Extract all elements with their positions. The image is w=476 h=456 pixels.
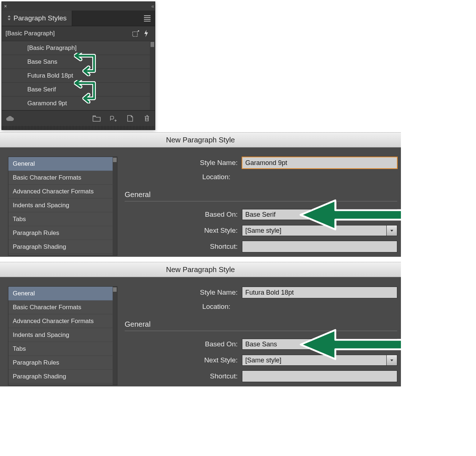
sidebar-item-label: Indents and Spacing	[13, 331, 69, 339]
next-style-label: Next Style:	[125, 356, 242, 364]
section-title: General	[125, 190, 397, 199]
new-style-icon[interactable]	[131, 29, 141, 38]
sidebar-item-label: Paragraph Rules	[13, 359, 59, 366]
style-name-input[interactable]	[242, 287, 397, 298]
panel-menu-button[interactable]	[140, 11, 155, 26]
sidebar-item-advanced-character-formats[interactable]: Advanced Character Formats	[8, 314, 117, 328]
svg-rect-0	[133, 32, 137, 36]
style-name: Futura Bold 18pt	[27, 72, 73, 79]
sidebar-item-paragraph-shading[interactable]: Paragraph Shading	[8, 370, 117, 384]
sidebar-item-label: General	[13, 160, 35, 168]
tab-paragraph-styles[interactable]: Paragraph Styles	[2, 11, 72, 26]
sidebar-item-label: Advanced Character Formats	[13, 318, 94, 325]
section-title: General	[125, 320, 397, 329]
dialog-sidebar: General Basic Character Formats Advanced…	[8, 286, 117, 386]
next-style-value: [Same style]	[242, 225, 387, 236]
scrollbar[interactable]	[150, 41, 155, 110]
dialog-sidebar: General Basic Character Formats Advanced…	[8, 157, 117, 257]
panel-resize-grip[interactable]	[2, 126, 155, 130]
hamburger-icon	[144, 15, 151, 21]
sidebar-item-advanced-character-formats[interactable]: Advanced Character Formats	[8, 185, 117, 198]
style-name: Garamond 9pt	[27, 100, 67, 107]
scrollbar[interactable]	[113, 287, 117, 385]
new-paragraph-style-dialog: New Paragraph Style General Basic Charac…	[0, 132, 401, 257]
clear-overrides-icon[interactable]	[109, 114, 118, 123]
list-item[interactable]: Futura Bold 18pt	[2, 69, 155, 83]
sidebar-item-label: Advanced Character Formats	[13, 188, 94, 195]
sidebar-item-label: Paragraph Rules	[13, 229, 59, 237]
dialog-title: New Paragraph Style	[166, 136, 235, 144]
next-style-label: Next Style:	[125, 227, 242, 235]
dialog-title: New Paragraph Style	[166, 266, 235, 274]
sidebar-item-paragraph-rules[interactable]: Paragraph Rules	[8, 226, 117, 240]
sidebar-item-tabs[interactable]: Tabs	[8, 342, 117, 356]
style-name-label: Style Name:	[125, 159, 242, 167]
dropdown-button[interactable]	[387, 209, 397, 220]
selected-style-label: [Basic Paragraph]	[5, 30, 55, 37]
dialog-titlebar[interactable]: New Paragraph Style	[0, 262, 401, 277]
quick-apply-icon[interactable]	[141, 29, 151, 38]
next-style-value: [Same style]	[242, 355, 387, 366]
style-name-label: Style Name:	[125, 288, 242, 296]
list-item[interactable]: Garamond 9pt	[2, 97, 155, 110]
style-name: Base Sans	[27, 58, 57, 66]
dropdown-button[interactable]	[387, 225, 397, 236]
dropdown-button[interactable]	[387, 339, 397, 350]
shortcut-input[interactable]	[242, 241, 397, 252]
sidebar-item-indents-and-spacing[interactable]: Indents and Spacing	[8, 328, 117, 342]
sidebar-item-basic-character-formats[interactable]: Basic Character Formats	[8, 171, 117, 185]
paragraph-styles-panel: × « Paragraph Styles [Basic Paragraph] […	[1, 1, 155, 130]
based-on-select[interactable]: Base Sans	[242, 339, 397, 350]
sidebar-item-indents-and-spacing[interactable]: Indents and Spacing	[8, 198, 117, 212]
sidebar-item-general[interactable]: General	[8, 287, 117, 300]
style-name: Base Serif	[27, 86, 56, 93]
based-on-select[interactable]: Base Serif	[242, 209, 397, 220]
dialog-titlebar[interactable]: New Paragraph Style	[0, 132, 401, 148]
new-paragraph-style-dialog: New Paragraph Style General Basic Charac…	[0, 262, 401, 386]
dropdown-button[interactable]	[387, 355, 397, 366]
sidebar-item-label: Paragraph Shading	[13, 373, 66, 380]
based-on-value: Base Serif	[242, 209, 387, 220]
list-item[interactable]: [Basic Paragraph]	[2, 41, 155, 55]
scrollbar[interactable]	[113, 157, 117, 255]
shortcut-input[interactable]	[242, 370, 397, 382]
style-name: [Basic Paragraph]	[27, 44, 77, 52]
new-page-icon[interactable]	[126, 114, 134, 123]
sidebar-item-basic-character-formats[interactable]: Basic Character Formats	[8, 300, 117, 314]
list-item[interactable]: Base Sans	[2, 55, 155, 69]
trash-icon[interactable]	[143, 114, 151, 123]
section-rule	[125, 201, 397, 201]
shortcut-label: Shortcut:	[125, 372, 242, 380]
sort-icon	[7, 15, 11, 21]
sidebar-item-label: Paragraph Shading	[13, 243, 66, 251]
sidebar-item-label: Basic Character Formats	[13, 304, 81, 311]
sidebar-item-label: Basic Character Formats	[13, 174, 81, 181]
based-on-label: Based On:	[125, 340, 242, 348]
sidebar-item-paragraph-rules[interactable]: Paragraph Rules	[8, 356, 117, 370]
location-label: Location:	[125, 303, 235, 311]
sidebar-item-label: General	[13, 290, 35, 297]
list-item[interactable]: Base Serif	[2, 83, 155, 97]
shortcut-label: Shortcut:	[125, 243, 242, 251]
sidebar-item-general[interactable]: General	[8, 157, 117, 171]
location-label: Location:	[125, 173, 235, 181]
panel-title: Paragraph Styles	[13, 14, 67, 22]
sidebar-item-tabs[interactable]: Tabs	[8, 212, 117, 226]
sidebar-item-label: Tabs	[13, 345, 26, 353]
sidebar-item-label: Indents and Spacing	[13, 202, 69, 209]
folder-icon[interactable]	[92, 114, 101, 123]
based-on-value: Base Sans	[242, 339, 387, 350]
based-on-label: Based On:	[125, 211, 242, 219]
style-name-input[interactable]	[242, 157, 397, 169]
section-rule	[125, 331, 397, 331]
collapse-icon[interactable]: «	[151, 3, 153, 9]
cloud-icon[interactable]	[5, 114, 14, 123]
sidebar-item-label: Tabs	[13, 216, 26, 223]
style-list: [Basic Paragraph] Base Sans Futura Bold …	[2, 41, 155, 110]
next-style-select[interactable]: [Same style]	[242, 355, 397, 366]
next-style-select[interactable]: [Same style]	[242, 225, 397, 236]
sidebar-item-paragraph-shading[interactable]: Paragraph Shading	[8, 240, 117, 254]
close-icon[interactable]: ×	[4, 3, 7, 9]
